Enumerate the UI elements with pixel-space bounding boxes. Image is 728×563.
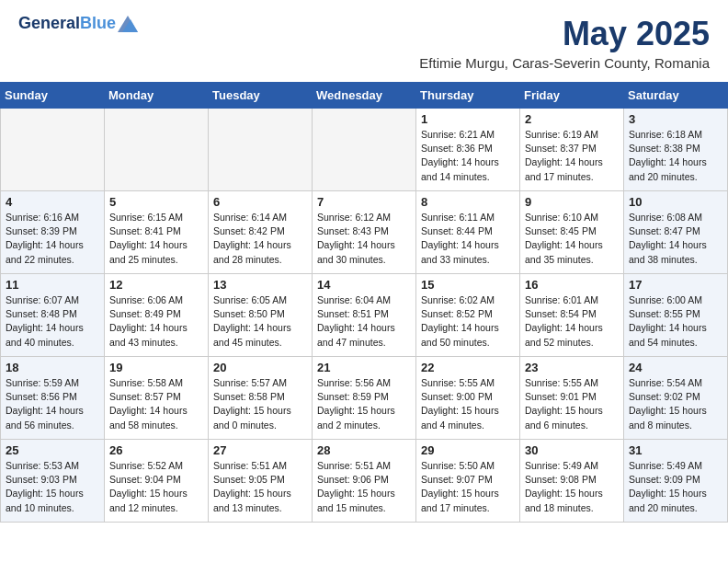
calendar-cell: 6Sunrise: 6:14 AM Sunset: 8:42 PM Daylig… — [209, 191, 313, 274]
col-header-wednesday: Wednesday — [313, 83, 416, 109]
calendar-cell: 25Sunrise: 5:53 AM Sunset: 9:03 PM Dayli… — [1, 440, 105, 523]
day-number: 22 — [421, 361, 515, 374]
week-row-1: 1Sunrise: 6:21 AM Sunset: 8:36 PM Daylig… — [1, 109, 728, 191]
title-block: May 2025 Eftimie Murgu, Caras-Severin Co… — [419, 15, 710, 71]
day-info: Sunrise: 6:02 AM Sunset: 8:52 PM Dayligh… — [421, 293, 515, 350]
day-info: Sunrise: 6:11 AM Sunset: 8:44 PM Dayligh… — [421, 211, 515, 267]
calendar-cell: 5Sunrise: 6:15 AM Sunset: 8:41 PM Daylig… — [105, 191, 209, 274]
calendar-cell: 20Sunrise: 5:57 AM Sunset: 8:58 PM Dayli… — [209, 357, 313, 440]
calendar: SundayMondayTuesdayWednesdayThursdayFrid… — [0, 82, 728, 523]
day-number: 6 — [213, 195, 307, 209]
calendar-cell: 30Sunrise: 5:49 AM Sunset: 9:08 PM Dayli… — [520, 440, 624, 523]
calendar-cell: 21Sunrise: 5:56 AM Sunset: 8:59 PM Dayli… — [313, 357, 416, 440]
week-row-5: 25Sunrise: 5:53 AM Sunset: 9:03 PM Dayli… — [1, 440, 728, 523]
day-number: 13 — [213, 278, 307, 292]
day-info: Sunrise: 5:54 AM Sunset: 9:02 PM Dayligh… — [629, 376, 722, 432]
day-info: Sunrise: 5:56 AM Sunset: 8:59 PM Dayligh… — [317, 376, 411, 432]
day-number: 4 — [6, 195, 99, 209]
day-info: Sunrise: 5:55 AM Sunset: 9:00 PM Dayligh… — [421, 376, 515, 432]
day-info: Sunrise: 5:53 AM Sunset: 9:03 PM Dayligh… — [6, 459, 99, 515]
day-number: 15 — [421, 278, 515, 292]
calendar-cell: 9Sunrise: 6:10 AM Sunset: 8:45 PM Daylig… — [520, 191, 624, 274]
col-header-saturday: Saturday — [624, 83, 728, 109]
day-number: 26 — [109, 443, 203, 457]
day-info: Sunrise: 6:21 AM Sunset: 8:36 PM Dayligh… — [421, 128, 515, 184]
calendar-cell: 27Sunrise: 5:51 AM Sunset: 9:05 PM Dayli… — [209, 440, 313, 523]
day-info: Sunrise: 5:50 AM Sunset: 9:07 PM Dayligh… — [421, 459, 515, 515]
subtitle: Eftimie Murgu, Caras-Severin County, Rom… — [419, 55, 710, 71]
day-number: 3 — [629, 112, 722, 126]
day-number: 12 — [109, 278, 203, 292]
logo: GeneralBlue — [18, 15, 138, 33]
day-number: 27 — [213, 443, 307, 457]
day-number: 28 — [317, 443, 411, 457]
calendar-cell: 28Sunrise: 5:51 AM Sunset: 9:06 PM Dayli… — [313, 440, 416, 523]
calendar-cell: 16Sunrise: 6:01 AM Sunset: 8:54 PM Dayli… — [520, 274, 624, 357]
day-info: Sunrise: 6:15 AM Sunset: 8:41 PM Dayligh… — [109, 211, 203, 267]
calendar-cell — [105, 109, 209, 191]
day-number: 7 — [317, 195, 411, 209]
calendar-cell: 31Sunrise: 5:49 AM Sunset: 9:09 PM Dayli… — [624, 440, 728, 523]
calendar-cell: 23Sunrise: 5:55 AM Sunset: 9:01 PM Dayli… — [520, 357, 624, 440]
day-number: 24 — [629, 361, 722, 374]
calendar-cell: 29Sunrise: 5:50 AM Sunset: 9:07 PM Dayli… — [416, 440, 520, 523]
col-header-friday: Friday — [520, 83, 624, 109]
calendar-cell: 24Sunrise: 5:54 AM Sunset: 9:02 PM Dayli… — [624, 357, 728, 440]
calendar-cell: 7Sunrise: 6:12 AM Sunset: 8:43 PM Daylig… — [313, 191, 416, 274]
calendar-cell: 19Sunrise: 5:58 AM Sunset: 8:57 PM Dayli… — [105, 357, 209, 440]
week-row-4: 18Sunrise: 5:59 AM Sunset: 8:56 PM Dayli… — [1, 357, 728, 440]
col-header-thursday: Thursday — [416, 83, 520, 109]
day-info: Sunrise: 5:55 AM Sunset: 9:01 PM Dayligh… — [525, 376, 619, 432]
col-header-sunday: Sunday — [1, 83, 105, 109]
logo-text: GeneralBlue — [18, 15, 116, 33]
day-info: Sunrise: 6:00 AM Sunset: 8:55 PM Dayligh… — [629, 293, 722, 350]
calendar-cell: 1Sunrise: 6:21 AM Sunset: 8:36 PM Daylig… — [416, 109, 520, 191]
calendar-cell: 15Sunrise: 6:02 AM Sunset: 8:52 PM Dayli… — [416, 274, 520, 357]
day-number: 8 — [421, 195, 515, 209]
day-info: Sunrise: 6:01 AM Sunset: 8:54 PM Dayligh… — [525, 293, 619, 350]
calendar-cell: 22Sunrise: 5:55 AM Sunset: 9:00 PM Dayli… — [416, 357, 520, 440]
calendar-cell: 12Sunrise: 6:06 AM Sunset: 8:49 PM Dayli… — [105, 274, 209, 357]
week-row-2: 4Sunrise: 6:16 AM Sunset: 8:39 PM Daylig… — [1, 191, 728, 274]
day-info: Sunrise: 6:18 AM Sunset: 8:38 PM Dayligh… — [629, 128, 722, 184]
day-info: Sunrise: 5:51 AM Sunset: 9:06 PM Dayligh… — [317, 459, 411, 515]
day-info: Sunrise: 6:07 AM Sunset: 8:48 PM Dayligh… — [6, 293, 99, 350]
day-number: 10 — [629, 195, 722, 209]
col-header-tuesday: Tuesday — [209, 83, 313, 109]
day-number: 16 — [525, 278, 619, 292]
col-header-monday: Monday — [105, 83, 209, 109]
day-info: Sunrise: 6:06 AM Sunset: 8:49 PM Dayligh… — [109, 293, 203, 350]
day-number: 29 — [421, 443, 515, 457]
day-info: Sunrise: 5:52 AM Sunset: 9:04 PM Dayligh… — [109, 459, 203, 515]
calendar-cell: 4Sunrise: 6:16 AM Sunset: 8:39 PM Daylig… — [1, 191, 105, 274]
month-title: May 2025 — [419, 15, 710, 53]
calendar-cell: 11Sunrise: 6:07 AM Sunset: 8:48 PM Dayli… — [1, 274, 105, 357]
logo-icon — [118, 16, 138, 32]
day-number: 14 — [317, 278, 411, 292]
day-info: Sunrise: 5:59 AM Sunset: 8:56 PM Dayligh… — [6, 376, 99, 432]
day-info: Sunrise: 6:05 AM Sunset: 8:50 PM Dayligh… — [213, 293, 307, 350]
day-number: 23 — [525, 361, 619, 374]
day-info: Sunrise: 6:12 AM Sunset: 8:43 PM Dayligh… — [317, 211, 411, 267]
day-number: 17 — [629, 278, 722, 292]
day-info: Sunrise: 5:58 AM Sunset: 8:57 PM Dayligh… — [109, 376, 203, 432]
day-info: Sunrise: 6:04 AM Sunset: 8:51 PM Dayligh… — [317, 293, 411, 350]
day-info: Sunrise: 6:19 AM Sunset: 8:37 PM Dayligh… — [525, 128, 619, 184]
calendar-cell: 18Sunrise: 5:59 AM Sunset: 8:56 PM Dayli… — [1, 357, 105, 440]
calendar-cell: 13Sunrise: 6:05 AM Sunset: 8:50 PM Dayli… — [209, 274, 313, 357]
calendar-cell — [209, 109, 313, 191]
day-info: Sunrise: 5:49 AM Sunset: 9:09 PM Dayligh… — [629, 459, 722, 515]
day-number: 11 — [6, 278, 99, 292]
calendar-cell: 17Sunrise: 6:00 AM Sunset: 8:55 PM Dayli… — [624, 274, 728, 357]
day-info: Sunrise: 5:51 AM Sunset: 9:05 PM Dayligh… — [213, 459, 307, 515]
day-info: Sunrise: 6:14 AM Sunset: 8:42 PM Dayligh… — [213, 211, 307, 267]
day-number: 31 — [629, 443, 722, 457]
day-info: Sunrise: 5:57 AM Sunset: 8:58 PM Dayligh… — [213, 376, 307, 432]
day-number: 21 — [317, 361, 411, 374]
day-info: Sunrise: 6:16 AM Sunset: 8:39 PM Dayligh… — [6, 211, 99, 267]
calendar-cell — [313, 109, 416, 191]
calendar-cell: 14Sunrise: 6:04 AM Sunset: 8:51 PM Dayli… — [313, 274, 416, 357]
calendar-cell: 3Sunrise: 6:18 AM Sunset: 8:38 PM Daylig… — [624, 109, 728, 191]
day-number: 1 — [421, 112, 515, 126]
day-number: 20 — [213, 361, 307, 374]
